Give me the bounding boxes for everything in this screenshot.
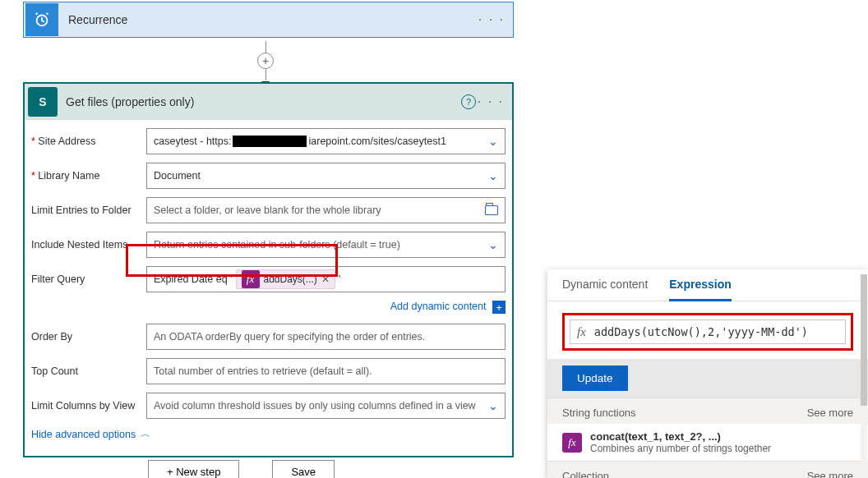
folder-icon[interactable] bbox=[485, 205, 498, 215]
redacted-text bbox=[233, 136, 307, 147]
clock-icon bbox=[25, 3, 58, 36]
more-menu-icon[interactable]: · · · bbox=[478, 12, 505, 27]
fx-icon: fx bbox=[577, 325, 586, 339]
chevron-up-icon: ︿ bbox=[141, 427, 150, 441]
expression-tabs: Dynamic content Expression bbox=[547, 269, 868, 301]
expression-token-label: addDays(...) bbox=[264, 273, 317, 285]
filter-query-input[interactable]: Expired Date eq ' fx addDays(...) ✕ ' bbox=[146, 266, 506, 292]
order-by-label: Order By bbox=[31, 331, 146, 342]
add-dynamic-row: Add dynamic content + bbox=[146, 301, 506, 314]
site-address-dropdown[interactable]: caseytest - https: iarepoint.com/sites/c… bbox=[146, 128, 506, 154]
see-more-link[interactable]: See more bbox=[807, 470, 853, 478]
get-files-header[interactable]: S Get files (properties only) ? · · · bbox=[25, 84, 512, 120]
remove-token-icon[interactable]: ✕ bbox=[321, 273, 330, 285]
limit-columns-placeholder: Avoid column threshold issues by only us… bbox=[154, 400, 476, 411]
site-address-value-suffix: iarepoint.com/sites/caseytest1 bbox=[308, 136, 446, 147]
chevron-down-icon[interactable]: ⌄ bbox=[488, 135, 498, 148]
sharepoint-icon: S bbox=[28, 87, 58, 117]
more-menu-icon[interactable]: · · · bbox=[478, 94, 504, 109]
connector: + bbox=[257, 41, 274, 87]
scrollbar-thumb[interactable] bbox=[861, 274, 867, 406]
limit-folder-placeholder: Select a folder, or leave blank for the … bbox=[154, 205, 381, 216]
limit-folder-label: Limit Entries to Folder bbox=[31, 205, 146, 216]
limit-folder-input[interactable]: Select a folder, or leave blank for the … bbox=[146, 197, 506, 223]
function-name: concat(text_1, text_2?, ...) bbox=[590, 430, 771, 443]
hide-advanced-label: Hide advanced options bbox=[31, 429, 136, 440]
chevron-down-icon[interactable]: ⌄ bbox=[488, 238, 498, 251]
recurrence-card[interactable]: Recurrence · · · bbox=[23, 2, 514, 38]
add-dynamic-content-link[interactable]: Add dynamic content bbox=[390, 301, 487, 312]
site-address-value-prefix: caseytest - https: bbox=[154, 136, 231, 147]
function-description: Combines any number of strings together bbox=[590, 443, 771, 454]
see-more-link[interactable]: See more bbox=[807, 407, 853, 419]
library-name-dropdown[interactable]: Document ⌄ bbox=[146, 163, 506, 189]
bottom-buttons: + New step Save bbox=[148, 460, 335, 478]
hide-advanced-toggle[interactable]: Hide advanced options ︿ bbox=[31, 427, 506, 441]
new-step-button[interactable]: + New step bbox=[148, 460, 239, 478]
order-by-input[interactable]: An ODATA orderBy query for specifying th… bbox=[146, 324, 506, 350]
chevron-down-icon[interactable]: ⌄ bbox=[488, 399, 498, 412]
chevron-down-icon[interactable]: ⌄ bbox=[488, 169, 498, 182]
expression-token[interactable]: fx addDays(...) ✕ bbox=[236, 269, 335, 289]
top-count-placeholder: Total number of entries to retrieve (def… bbox=[154, 365, 372, 377]
collection-group: Collection See more bbox=[547, 461, 868, 478]
expression-panel: Dynamic content Expression fx addDays(ut… bbox=[547, 269, 868, 478]
string-functions-group: String functions See more bbox=[547, 398, 868, 424]
help-icon[interactable]: ? bbox=[461, 94, 476, 109]
filter-query-label: Filter Query bbox=[31, 273, 146, 285]
library-name-label: Library Name bbox=[31, 170, 146, 182]
collection-label: Collection bbox=[562, 470, 609, 478]
expression-value: addDays(utcNow(),2,'yyyy-MM-dd') bbox=[594, 325, 808, 338]
annotation-highlight: fx addDays(utcNow(),2,'yyyy-MM-dd') bbox=[562, 313, 853, 351]
fx-icon: fx bbox=[242, 270, 260, 288]
top-count-input[interactable]: Total number of entries to retrieve (def… bbox=[146, 358, 506, 384]
order-by-placeholder: An ODATA orderBy query for specifying th… bbox=[154, 331, 425, 342]
include-nested-dropdown[interactable]: Return entries contained in sub-folders … bbox=[146, 232, 506, 258]
filter-query-text: Expired Date eq ' bbox=[154, 273, 233, 285]
top-count-label: Top Count bbox=[31, 365, 146, 377]
get-files-title: Get files (properties only) bbox=[66, 95, 194, 108]
expression-input[interactable]: fx addDays(utcNow(),2,'yyyy-MM-dd') bbox=[570, 319, 846, 344]
filter-query-trailing-quote: ' bbox=[339, 273, 340, 285]
tab-expression[interactable]: Expression bbox=[669, 278, 731, 301]
tab-dynamic-content[interactable]: Dynamic content bbox=[562, 278, 648, 301]
limit-columns-dropdown[interactable]: Avoid column threshold issues by only us… bbox=[146, 393, 506, 419]
plus-icon[interactable]: + bbox=[492, 301, 506, 314]
function-concat[interactable]: fx concat(text_1, text_2?, ...) Combines… bbox=[547, 424, 868, 461]
update-button[interactable]: Update bbox=[562, 365, 628, 391]
save-button[interactable]: Save bbox=[272, 460, 335, 478]
include-nested-label: Include Nested Items bbox=[31, 239, 146, 250]
fx-icon: fx bbox=[562, 433, 582, 453]
get-files-card: S Get files (properties only) ? · · · Si… bbox=[23, 82, 514, 457]
string-functions-label: String functions bbox=[562, 407, 636, 419]
include-nested-placeholder: Return entries contained in sub-folders … bbox=[154, 239, 400, 250]
scrollbar[interactable] bbox=[861, 274, 867, 471]
limit-columns-label: Limit Columns by View bbox=[31, 400, 146, 411]
library-name-value: Document bbox=[154, 170, 201, 182]
site-address-label: Site Address bbox=[31, 136, 146, 147]
add-step-between-button[interactable]: + bbox=[257, 53, 274, 69]
recurrence-title: Recurrence bbox=[68, 13, 127, 26]
